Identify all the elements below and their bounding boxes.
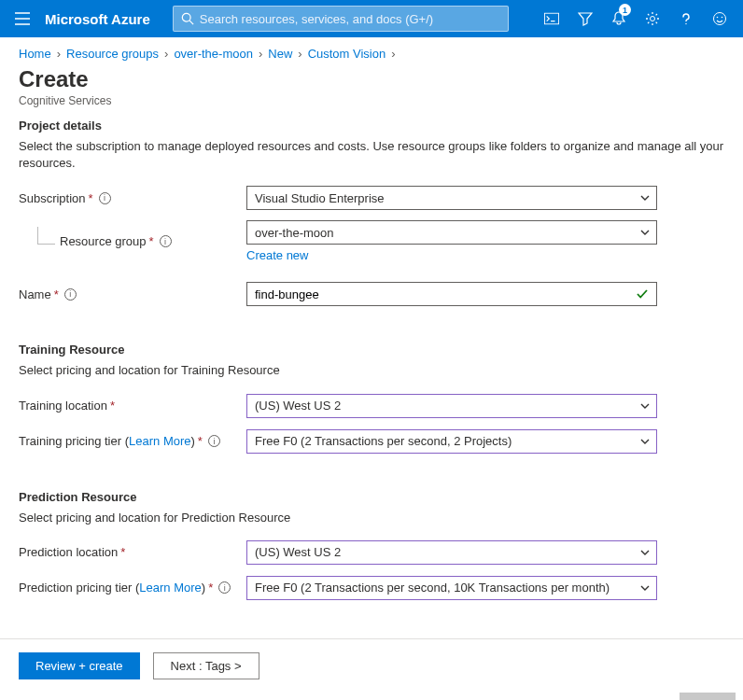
breadcrumb-item[interactable]: Custom Vision	[308, 47, 386, 61]
field-name: Name* i	[19, 281, 724, 307]
brand-label: Microsoft Azure	[45, 11, 150, 27]
required-mark: *	[208, 581, 213, 595]
section-project-details: Project details	[19, 119, 724, 133]
prediction-location-label: Prediction location*	[19, 545, 246, 559]
chevron-right-icon: ›	[296, 47, 303, 61]
required-mark: *	[89, 191, 93, 205]
section-desc: Select pricing and location for Training…	[19, 362, 724, 379]
scrollbar-thumb[interactable]	[680, 693, 736, 700]
prediction-tier-select[interactable]: Free F0 (2 Transactions per second, 10K …	[246, 576, 657, 600]
chevron-down-icon	[639, 400, 651, 412]
svg-line-1	[189, 21, 193, 24]
feedback-icon[interactable]	[704, 0, 736, 37]
breadcrumb-item[interactable]: over-the-moon	[174, 47, 253, 61]
section-prediction: Prediction Resource	[19, 490, 724, 504]
svg-rect-2	[544, 13, 558, 24]
field-training-tier: Training pricing tier (Learn More)* i Fr…	[19, 428, 724, 455]
chevron-down-icon	[639, 192, 651, 203]
menu-icon[interactable]	[7, 4, 37, 34]
field-prediction-location: Prediction location* (US) West US 2	[19, 539, 724, 566]
learn-more-link[interactable]: Learn More	[139, 581, 201, 595]
notifications-icon[interactable]: 1	[603, 0, 635, 37]
prediction-tier-label: Prediction pricing tier (Learn More)* i	[19, 581, 246, 595]
page-header: Create Cognitive Services	[0, 64, 743, 107]
svg-point-4	[714, 13, 726, 25]
chevron-down-icon	[639, 547, 651, 558]
topbar-icons: 1	[536, 0, 736, 37]
info-icon[interactable]: i	[218, 581, 231, 594]
resource-group-label: Resource group* i	[19, 234, 246, 248]
svg-point-5	[717, 17, 719, 19]
search-icon	[181, 12, 194, 25]
search-input[interactable]	[200, 12, 500, 26]
training-location-label: Training location*	[19, 399, 246, 413]
chevron-down-icon	[639, 227, 651, 238]
svg-point-3	[651, 17, 655, 21]
chevron-right-icon: ›	[162, 47, 170, 61]
prediction-location-select[interactable]: (US) West US 2	[246, 540, 657, 565]
cloud-shell-icon[interactable]	[536, 0, 568, 37]
svg-point-6	[722, 17, 723, 19]
field-subscription: Subscription* i Visual Studio Enterprise	[19, 185, 724, 211]
subscription-label: Subscription* i	[19, 191, 246, 205]
name-input-wrap	[246, 282, 657, 306]
section-desc: Select pricing and location for Predicti…	[19, 510, 724, 526]
field-resource-group: Resource group* i over-the-moon Create n…	[19, 220, 724, 262]
required-mark: *	[110, 399, 115, 413]
chevron-right-icon: ›	[389, 47, 397, 61]
breadcrumb-item[interactable]: New	[268, 47, 292, 61]
name-input[interactable]	[255, 287, 630, 301]
required-mark: *	[198, 434, 203, 448]
chevron-down-icon	[639, 436, 651, 447]
training-location-select[interactable]: (US) West US 2	[246, 394, 657, 418]
section-desc: Select the subscription to manage deploy…	[19, 138, 724, 172]
training-tier-select[interactable]: Free F0 (2 Transactions per second, 2 Pr…	[246, 429, 657, 454]
name-label: Name* i	[19, 287, 246, 301]
checkmark-icon	[636, 287, 649, 301]
required-mark: *	[120, 545, 125, 559]
footer-bar: Review + create Next : Tags >	[0, 638, 743, 693]
info-icon[interactable]: i	[160, 235, 172, 247]
page-title: Create	[19, 66, 724, 92]
breadcrumb-item[interactable]: Resource groups	[66, 47, 159, 61]
field-prediction-tier: Prediction pricing tier (Learn More)* i …	[19, 575, 724, 601]
filter-icon[interactable]	[569, 0, 601, 37]
section-training: Training Resource	[19, 343, 724, 357]
training-tier-label: Training pricing tier (Learn More)* i	[19, 434, 246, 448]
page-subtitle: Cognitive Services	[19, 94, 724, 107]
field-training-location: Training location* (US) West US 2	[19, 393, 724, 419]
required-mark: *	[149, 234, 154, 248]
chevron-right-icon: ›	[55, 47, 63, 61]
search-box[interactable]	[173, 6, 509, 32]
next-tags-button[interactable]: Next : Tags >	[153, 652, 259, 679]
notification-badge: 1	[619, 4, 631, 16]
breadcrumb-item[interactable]: Home	[19, 47, 51, 61]
breadcrumb: Home› Resource groups› over-the-moon› Ne…	[0, 37, 743, 64]
info-icon[interactable]: i	[99, 192, 111, 204]
svg-point-0	[182, 13, 190, 21]
subscription-select[interactable]: Visual Studio Enterprise	[246, 186, 657, 210]
chevron-right-icon: ›	[257, 47, 264, 61]
chevron-down-icon	[639, 582, 651, 594]
required-mark: *	[54, 287, 59, 301]
form-content: Project details Select the subscription …	[0, 107, 743, 685]
help-icon[interactable]	[670, 0, 702, 37]
info-icon[interactable]: i	[64, 288, 77, 301]
resource-group-select[interactable]: over-the-moon	[246, 220, 657, 245]
info-icon[interactable]: i	[208, 435, 220, 447]
topbar: Microsoft Azure 1	[0, 0, 743, 37]
gear-icon[interactable]	[637, 0, 668, 37]
review-create-button[interactable]: Review + create	[19, 652, 140, 679]
create-new-link[interactable]: Create new	[246, 248, 308, 262]
learn-more-link[interactable]: Learn More	[129, 434, 190, 448]
